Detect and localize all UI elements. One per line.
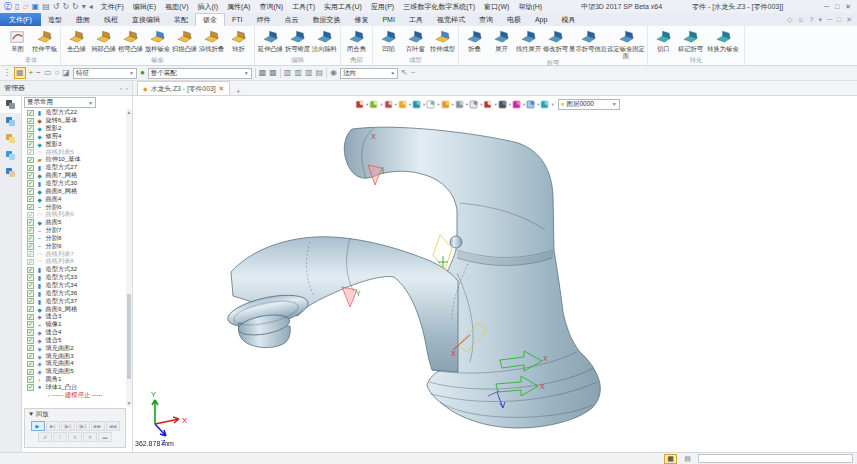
ribbon-tab-造型[interactable]: 造型 [41,13,69,26]
replay-button-1[interactable]: ▶| [46,421,60,431]
ribbon-button-扫描凸缘[interactable]: 扫描凸缘 [171,27,198,52]
titlebar-icon[interactable]: ◇ [787,16,792,24]
menu-item[interactable]: 编辑(E) [129,2,160,12]
ribbon-button-显示折弯信息[interactable]: 显示折弯信息 [569,27,607,52]
column2-icon[interactable]: ▥ [294,68,302,78]
replay-tool-3[interactable]: ✕ [83,432,97,442]
checkbox[interactable]: ✓ [27,321,34,328]
minimize-button[interactable]: ─ [824,3,829,11]
menu-item[interactable]: 窗口(W) [480,2,513,12]
undo-icon[interactable]: ↺ [53,2,60,11]
replay-button-4[interactable]: ▶▶ [91,421,105,431]
replay-button-3[interactable]: (▶) [76,421,90,431]
checkbox[interactable]: ✓ [27,306,34,313]
checkbox[interactable]: ✓ [27,219,34,226]
ribbon-tab-查询[interactable]: 查询 [472,13,500,26]
menu-item[interactable]: 文件(F) [97,2,128,12]
ribbon-button-折叠[interactable]: 折叠 [461,27,488,52]
menu-item[interactable]: 应用(P) [367,2,398,12]
sphere-teal-icon[interactable]: ▾ [412,99,425,109]
doc-info-icon[interactable]: ▤ [681,454,694,464]
tree-item[interactable]: ✓~分割6 [22,203,127,211]
new-file-icon[interactable]: ▯ [15,2,19,11]
sketch-curve-icon[interactable]: ▾ [384,99,397,109]
ribbon-tab-模具[interactable]: 模具 [554,13,582,26]
circle-select-icon[interactable]: ○ [54,68,59,78]
layer-combo[interactable]: ● 图层0000▼ [558,99,620,110]
checkbox[interactable]: ✓ [27,259,34,266]
titlebar-icon[interactable]: ▾ [818,16,822,24]
tree-item[interactable]: ✓◈填充曲面2 [22,344,127,352]
checkbox[interactable]: ✓ [27,384,34,391]
checkbox[interactable]: ✓ [27,157,34,164]
ribbon-button-切口[interactable]: 切口 [650,27,677,52]
checkbox[interactable]: ✓ [27,267,34,274]
ribbon-tab-装配[interactable]: 装配 [167,13,195,26]
tree-item[interactable]: ✓◈填充曲面4 [22,360,127,368]
checkbox[interactable]: ✓ [27,314,34,321]
add-icon[interactable]: + [29,68,34,78]
refresh-icon[interactable]: ↻ [72,2,79,11]
checkbox[interactable]: ✓ [27,274,34,281]
menu-item[interactable]: 查询(N) [255,2,287,12]
tree-item[interactable]: ✓◆曲面8_网格 [22,187,127,195]
ribbon-button-草图[interactable]: 草图 [4,27,31,52]
manager-tab-icon-1[interactable] [0,113,21,130]
section-red-icon[interactable]: ▾ [483,99,496,109]
checkbox[interactable]: ✓ [27,118,34,125]
titlebar-icon[interactable]: □ [837,16,841,23]
ribbon-button-修改折弯[interactable]: 修改折弯 [542,27,569,52]
replay-tool-0[interactable]: ∂ [38,432,52,442]
tree-item[interactable]: ✓◈填充曲面3 [22,352,127,360]
tree-item[interactable]: ✓◆投影3 [22,140,127,148]
ribbon-tab-App[interactable]: App [528,13,554,26]
titlebar-icon[interactable]: ? [810,16,814,23]
menu-item[interactable]: 实用工具(U) [320,2,366,12]
cylinder-dark-icon[interactable]: ▾ [498,99,511,109]
tree-item[interactable]: ✓◈缝合5 [22,336,127,344]
checkbox[interactable]: ✓ [27,125,34,132]
target-icon[interactable]: ◪ [62,68,70,78]
bar-magenta-icon[interactable]: ▾ [512,99,525,109]
shell-teal-icon[interactable]: ▾ [540,99,553,109]
checkbox[interactable]: ✓ [27,251,34,258]
exit-icon[interactable]: ▾ [355,99,368,109]
replay-tool-4[interactable]: ▬ [98,432,112,442]
ribbon-button-拉伸平板[interactable]: 拉伸平板 [31,27,58,52]
checkbox[interactable]: ✓ [27,376,34,383]
assembly-combo[interactable]: 整个装配▼ [148,68,252,79]
ribbon-button-展开[interactable]: 展开 [488,27,515,52]
tree-item[interactable]: ✓◠曲线列表7 [22,250,127,258]
column3-icon[interactable]: ▥ [305,68,313,78]
tree-item[interactable]: ✓◈缝合4 [22,329,127,337]
ribbon-tab-FTI[interactable]: FTI [225,13,250,26]
titlebar-icon[interactable]: ─ [827,16,832,23]
menu-item[interactable]: 插入(I) [193,2,222,12]
ribbon-button-百叶窗[interactable]: 百叶窗 [402,27,429,52]
manager-tab-icon-0[interactable] [0,96,21,113]
tree-item[interactable]: ✓~分割8 [22,235,127,243]
checkbox[interactable]: ✓ [27,235,34,242]
stamp-icon[interactable]: ▩ [259,68,267,78]
orient-icon[interactable]: ▾ [369,99,382,109]
replay-tool-1[interactable]: / [53,432,67,442]
tree-filter-combo[interactable]: 显示常用▼ [24,97,96,108]
tree-item[interactable]: ✓◆曲面9_网格 [22,305,127,313]
stamp2-icon[interactable]: ▩ [269,68,277,78]
tree-item[interactable]: ✓◈填充曲面5 [22,368,127,376]
titlebar-icon[interactable]: ✕ [846,16,852,24]
ribbon-tab-电极[interactable]: 电极 [500,13,528,26]
status-input[interactable] [698,454,853,463]
replay-button-2[interactable]: (▶) [61,421,75,431]
ribbon-button-法向除料[interactable]: 法向除料 [311,27,338,52]
remove-icon[interactable]: − [36,68,41,78]
ribbon-button-沿线折叠[interactable]: 沿线折叠 [198,27,225,52]
tree-item[interactable]: ✓◆曲面4 [22,195,127,203]
menu-item[interactable]: 帮助(H) [514,2,546,12]
ribbon-button-转换为钣金[interactable]: 转换为钣金 [704,27,742,52]
menu-item[interactable]: 属性(A) [223,2,254,12]
checkbox[interactable]: ✓ [27,141,34,148]
redo-icon[interactable]: ↻ [62,2,69,11]
cube-wire-icon[interactable]: ▾ [426,99,439,109]
checkbox[interactable]: ✓ [27,196,34,203]
